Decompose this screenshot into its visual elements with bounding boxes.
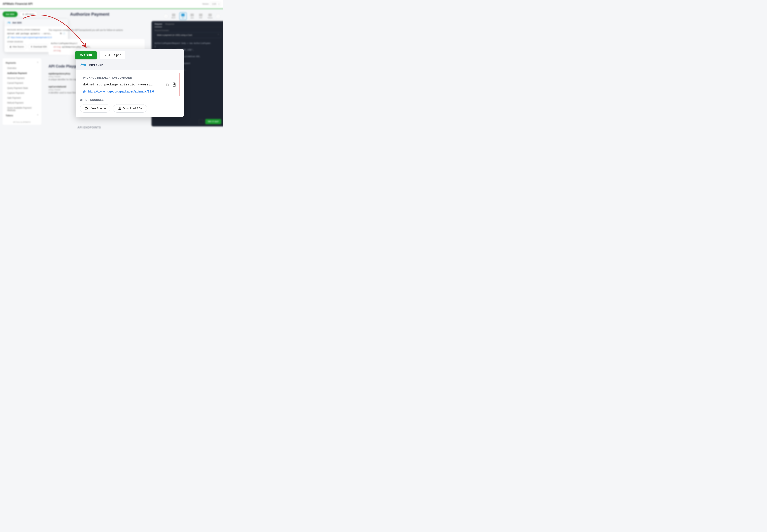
lang-tab-rest[interactable]: REST <box>170 13 177 20</box>
download-icon <box>104 54 107 57</box>
svg-rect-0 <box>167 84 169 86</box>
tab-response[interactable]: Response <box>165 23 174 27</box>
github-icon: ◐ <box>10 46 12 48</box>
install-command: dotnet add package apimatic --versi… <box>83 83 163 86</box>
api-spec-button[interactable]: API Spec <box>100 51 125 59</box>
version-selector[interactable]: Version: 1.0.0 <box>202 2 221 6</box>
get-sdk-button[interactable]: Get SDK <box>75 51 97 59</box>
sidebar-item-cancel[interactable]: Cancel Payment <box>4 81 40 85</box>
file-button[interactable] <box>172 82 176 87</box>
globe-icon <box>172 14 175 16</box>
lang-tab-php[interactable]: PHP <box>197 13 204 20</box>
download-sdk-button[interactable]: Download SDK <box>113 104 147 113</box>
sidebar-item-authorize[interactable]: Authorize Payment <box>4 71 40 75</box>
examples-label: Request Examples <box>152 27 223 32</box>
lang-tab-dotnet[interactable]: .NET <box>179 12 187 20</box>
sidebar-item-query-methods[interactable]: Query Available Payment Methods <box>4 105 40 113</box>
api-spec-button-bg[interactable]: ⬇ API Spec <box>19 12 37 17</box>
lang-tab-java[interactable]: Java <box>189 13 195 20</box>
dotnet-icon <box>80 63 86 67</box>
php-icon <box>199 14 202 16</box>
package-url-bg[interactable]: https://www.nuget.org/packages/apimatic/… <box>11 36 52 39</box>
lang-next-button[interactable]: › <box>216 14 220 18</box>
package-url: https://www.nuget.org/packages/apimatic/… <box>88 90 154 93</box>
lang-tab-python[interactable]: Python <box>206 13 214 20</box>
link-icon <box>83 90 87 93</box>
view-source-btn-bg[interactable]: ◐View Source <box>7 44 26 49</box>
chevron-down-icon: ˅ <box>37 114 38 117</box>
sdk-title: .Net SDK <box>88 63 104 67</box>
download-icon: ⬇ <box>31 46 32 48</box>
download-sdk-btn-bg[interactable]: ⬇Download SDK <box>28 44 50 49</box>
copy-code-button[interactable] <box>199 120 203 124</box>
sidebar-section-payments[interactable]: Payments ˄ <box>4 60 40 66</box>
sidebar-footer: API Docs by APIMATIC <box>4 121 40 123</box>
version-value[interactable]: 1.0.0 <box>210 2 221 6</box>
dotnet-icon <box>7 22 11 24</box>
file-icon <box>172 82 176 87</box>
tab-request[interactable]: Request <box>155 23 162 27</box>
language-tabs: ‹ REST .NET Java PHP Python › <box>164 12 220 20</box>
copy-command-button[interactable] <box>165 82 170 87</box>
copy-icon <box>165 83 169 87</box>
other-sources-label: OTHER SOURCES <box>80 98 179 102</box>
try-it-out-button[interactable]: TRY IT OUT <box>205 119 221 124</box>
example-selector[interactable]: Make a payment (in USD) using a Card ˅ <box>155 32 221 38</box>
page-intro: The response contains the WPTransactionI… <box>48 29 145 31</box>
svg-rect-1 <box>166 83 168 85</box>
page-title: Authorize Payment <box>70 12 109 17</box>
app-title: APIMatic Financial API <box>3 2 33 6</box>
version-label: Version: <box>202 3 209 5</box>
view-source-button[interactable]: View Source <box>80 104 110 113</box>
cloud-download-icon <box>118 107 121 110</box>
api-endpoints-heading: API ENDPOINTS <box>77 126 101 129</box>
sidebar-section-tokens[interactable]: Tokens ˅ <box>4 113 40 118</box>
chevron-up-icon: ˄ <box>37 62 38 64</box>
chevron-down-icon: ˅ <box>218 34 219 36</box>
sidebar-item-capture[interactable]: Capture Payment <box>4 91 40 95</box>
python-icon <box>208 14 212 16</box>
sidebar-item-query-state[interactable]: Query Payment State <box>4 85 40 90</box>
package-link[interactable]: https://www.nuget.org/packages/apimatic/… <box>83 90 176 93</box>
sidebar-item-refund[interactable]: Refund Payment <box>4 100 40 105</box>
highlighted-region: PACKAGE INSTALLATION COMMAND dotnet add … <box>80 73 179 96</box>
sidebar-item-sale[interactable]: Sale Payment <box>4 95 40 100</box>
sidebar-nav: Payments ˄ Overview Authorize Payment Re… <box>3 58 41 125</box>
lang-prev-button[interactable]: ‹ <box>164 14 168 18</box>
dotnet-icon <box>181 14 185 16</box>
app-header: APIMatic Financial API Version: 1.0.0 <box>0 0 223 9</box>
java-icon <box>190 14 194 16</box>
github-icon <box>84 107 88 110</box>
get-sdk-button-bg[interactable]: Get SDK <box>3 12 18 17</box>
install-label: PACKAGE INSTALLATION COMMAND <box>83 76 176 79</box>
link-icon: 🔗 <box>7 36 10 39</box>
sidebar-item-overview[interactable]: Overview <box>4 66 40 71</box>
sdk-toolbar-foreground: Get SDK API Spec <box>75 51 125 59</box>
sidebar-item-reverse[interactable]: Reverse Payment <box>4 76 40 81</box>
download-icon: ⬇ <box>22 13 24 15</box>
